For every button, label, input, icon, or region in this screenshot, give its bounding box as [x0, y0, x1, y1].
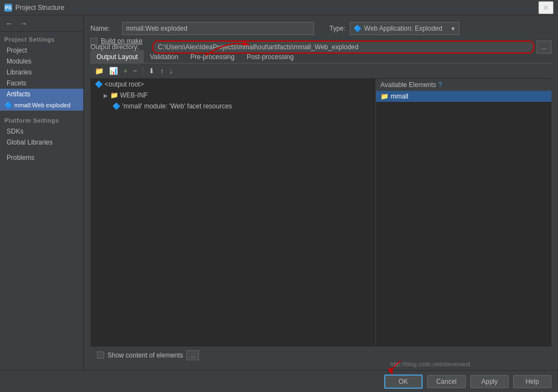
add-button[interactable]: +	[121, 66, 130, 76]
bottom-bar: Show content of elements ...	[90, 346, 551, 364]
sidebar-artifact-item[interactable]: 🔷 mmall:Web exploded	[0, 100, 83, 111]
separator	[143, 67, 143, 76]
artifact-icon: 🔷	[4, 101, 12, 109]
main-container: ← → Project Settings Project Modules Lib…	[0, 15, 558, 392]
available-header: Available Elements ?	[376, 79, 551, 91]
sidebar-item-problems[interactable]: Problems	[0, 152, 83, 163]
sidebar-item-artifacts[interactable]: Artifacts	[0, 89, 83, 100]
forward-button[interactable]: →	[18, 18, 30, 29]
expand-arrow: ▶	[104, 93, 108, 99]
content-area: ← → Project Settings Project Modules Lib…	[0, 15, 558, 370]
tree-item-web-inf[interactable]: ▶ 📁 WEB-INF	[90, 90, 375, 101]
remove-button[interactable]: −	[131, 66, 140, 76]
output-row: Output directory: ...	[90, 41, 551, 54]
sidebar-item-modules[interactable]: Modules	[0, 56, 83, 67]
content-pane: 📁 📊 + − ⬇ ↑ ↓ 🔷 <output root>	[90, 64, 551, 346]
sidebar-item-libraries[interactable]: Libraries	[0, 67, 83, 78]
tree-item-output-root[interactable]: 🔷 <output root>	[90, 79, 375, 90]
title-bar-left: PS Project Structure	[4, 4, 64, 11]
tree-pane: 🔷 <output root> ▶ 📁 WEB-INF 🔷 'mmall' mo…	[90, 79, 376, 346]
cancel-button[interactable]: Cancel	[427, 375, 466, 388]
split-pane: 🔷 <output root> ▶ 📁 WEB-INF 🔷 'mmall' mo…	[90, 79, 551, 346]
sidebar: ← → Project Settings Project Modules Lib…	[0, 15, 84, 370]
chart-button[interactable]: 📊	[107, 66, 120, 76]
type-select-arrow: ▼	[450, 26, 455, 32]
show-content-checkbox[interactable]	[97, 351, 104, 359]
output-browse-button[interactable]: ...	[537, 41, 551, 54]
sidebar-item-project[interactable]: Project	[0, 45, 83, 56]
tree-item-resource[interactable]: 🔷 'mmall' module: 'Web' facet resources	[90, 101, 375, 112]
show-content-label: Show content of elements	[107, 351, 183, 359]
close-button[interactable]: ✕	[538, 1, 554, 14]
output-root-icon: 🔷	[95, 80, 103, 88]
type-select[interactable]: 🔷 Web Application: Exploded ▼	[350, 22, 459, 35]
sidebar-item-facets[interactable]: Facets	[0, 78, 83, 89]
up-button[interactable]: ↑	[158, 66, 166, 76]
sidebar-toolbar: ← →	[0, 15, 83, 32]
available-item-mmall[interactable]: 📁 mmall	[376, 91, 551, 102]
title-text: Project Structure	[15, 4, 64, 11]
available-pane: Available Elements ? 📁 mmall	[376, 79, 551, 346]
sidebar-item-global-libraries[interactable]: Global Libraries	[0, 137, 83, 148]
sort-button[interactable]: ⬇	[146, 66, 157, 76]
title-bar-icon: PS	[4, 4, 12, 11]
ok-button[interactable]: OK	[384, 374, 423, 389]
available-item-icon: 📁	[380, 93, 389, 100]
output-input[interactable]	[152, 41, 534, 54]
back-button[interactable]: ←	[3, 18, 15, 29]
sidebar-item-sdks[interactable]: SDKs	[0, 126, 83, 137]
type-icon: 🔷	[354, 25, 362, 32]
platform-settings-label: Platform Settings	[0, 113, 83, 126]
dialog-buttons: OK Cancel Apply Help	[0, 370, 558, 392]
output-label: Output directory:	[90, 43, 148, 51]
title-bar: PS Project Structure ✕	[0, 0, 558, 15]
help-button[interactable]: Help	[513, 375, 551, 388]
down-button[interactable]: ↓	[167, 66, 175, 76]
type-label: Type:	[329, 25, 345, 32]
content-toolbar: 📁 📊 + − ⬇ ↑ ↓	[90, 64, 551, 79]
name-input[interactable]	[122, 22, 314, 35]
show-content-browse-button[interactable]: ...	[186, 350, 199, 360]
folder-icon-button[interactable]: 📁	[93, 66, 106, 76]
available-help-icon[interactable]: ?	[439, 81, 442, 89]
project-settings-label: Project Settings	[0, 32, 83, 45]
folder-icon: 📁	[110, 91, 118, 99]
right-panel: Name: Type: 🔷 Web Application: Exploded …	[84, 15, 558, 370]
name-row: Name: Type: 🔷 Web Application: Exploded …	[90, 22, 551, 35]
apply-button[interactable]: Apply	[470, 375, 509, 388]
resource-icon: 🔷	[112, 102, 120, 110]
name-label: Name:	[90, 25, 118, 32]
